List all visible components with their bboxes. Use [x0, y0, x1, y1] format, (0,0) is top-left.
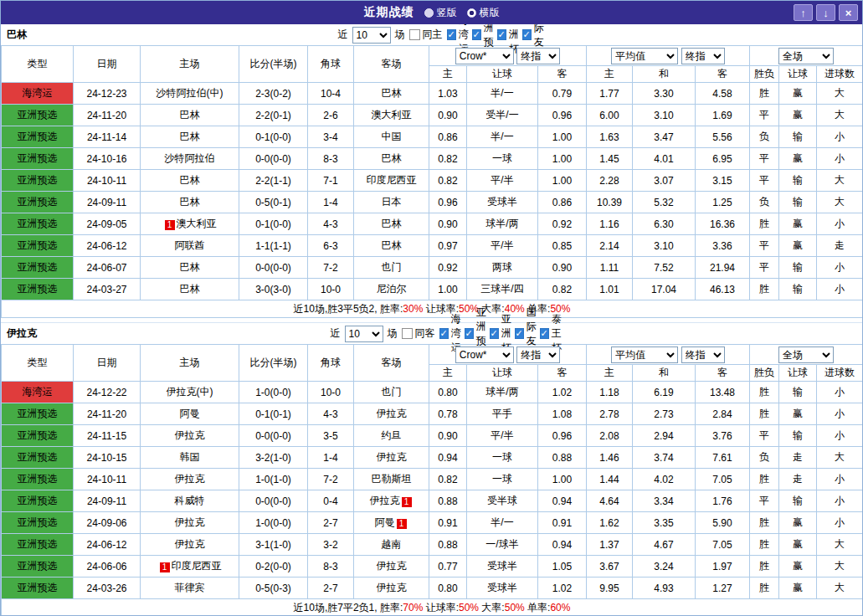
handicap-result-badge: 输 [779, 257, 817, 279]
same-side-checkbox[interactable]: 同客 [402, 326, 435, 341]
match-score[interactable]: 0-1(0-0) [239, 126, 308, 148]
team-label: 伊拉克 [370, 495, 400, 506]
away-team[interactable]: 伊拉克 [354, 556, 429, 578]
provider-final-select[interactable]: 终指 [516, 48, 560, 64]
move-down-button[interactable]: ↓ [816, 4, 835, 21]
match-score[interactable]: 2-2(0-1) [239, 105, 308, 126]
average-select[interactable]: 平均值 [611, 48, 678, 64]
full-match-select[interactable]: 全场 [778, 346, 834, 363]
match-score[interactable]: 0-1(0-0) [239, 213, 308, 235]
away-team[interactable]: 伊拉克 [354, 403, 429, 425]
home-team[interactable]: 阿曼 [141, 403, 239, 425]
layout-radio-vertical[interactable]: 竖版 [424, 6, 457, 20]
asian-odds-handicap: 半/一 [467, 83, 538, 105]
away-team[interactable]: 巴勒斯坦 [354, 469, 429, 490]
match-score[interactable]: 2-3(0-2) [239, 83, 308, 105]
average-select[interactable]: 平均值 [611, 346, 678, 363]
match-score[interactable]: 0-0(0-0) [239, 425, 308, 447]
match-row: 亚洲预选24-03-26菲律宾0-5(0-3)2-7伊拉克0.80受球半1.02… [2, 578, 863, 599]
away-team[interactable]: 约旦 [354, 425, 429, 447]
away-team[interactable]: 印度尼西亚 [354, 170, 429, 192]
checkbox-icon[interactable]: ✓ [540, 328, 549, 339]
close-button[interactable]: × [839, 4, 858, 21]
match-score[interactable]: 0-0(0-0) [239, 257, 308, 279]
match-score[interactable]: 0-5(0-3) [239, 578, 308, 599]
match-score[interactable]: 0-0(0-0) [239, 490, 308, 512]
match-score[interactable]: 3-2(1-0) [239, 447, 308, 469]
match-score[interactable]: 0-2(0-0) [239, 556, 308, 578]
match-score[interactable]: 1-0(0-0) [239, 512, 308, 534]
home-team[interactable]: 巴林 [141, 192, 239, 213]
away-team[interactable]: 越南 [354, 534, 429, 556]
match-score[interactable]: 3-1(1-0) [239, 534, 308, 556]
home-team[interactable]: 沙特阿拉伯(中) [141, 83, 239, 105]
move-up-button[interactable]: ↑ [794, 4, 813, 21]
away-team[interactable]: 巴林 [354, 148, 429, 170]
away-team[interactable]: 伊拉克1 [354, 490, 429, 512]
match-score[interactable]: 1-0(1-0) [239, 469, 308, 490]
home-team[interactable]: 伊拉克 [141, 534, 239, 556]
away-team[interactable]: 尼泊尔 [354, 279, 429, 300]
checkbox-icon[interactable]: ✓ [472, 29, 481, 40]
match-score[interactable]: 0-1(0-1) [239, 403, 308, 425]
home-team[interactable]: 巴林 [141, 126, 239, 148]
home-team[interactable]: 伊拉克 [141, 469, 239, 490]
match-score[interactable]: 2-2(1-1) [239, 170, 308, 192]
away-team[interactable]: 伊拉克 [354, 447, 429, 469]
home-team[interactable]: 巴林 [141, 105, 239, 126]
recent-count-select[interactable]: 10 [345, 326, 383, 342]
asian-odds-handicap: 两球 [467, 257, 538, 279]
home-team[interactable]: 沙特阿拉伯 [141, 148, 239, 170]
checkbox-icon[interactable]: ✓ [465, 328, 474, 339]
home-team[interactable]: 巴林 [141, 170, 239, 192]
away-team[interactable]: 巴林 [354, 83, 429, 105]
away-team[interactable]: 阿曼1 [354, 512, 429, 534]
away-team[interactable]: 伊拉克 [354, 578, 429, 599]
full-match-select[interactable]: 全场 [778, 48, 834, 64]
away-team[interactable]: 澳大利亚 [354, 105, 429, 126]
checkbox-icon[interactable]: ✓ [447, 29, 456, 40]
home-team[interactable]: 伊拉克(中) [141, 382, 239, 403]
same-side-checkbox[interactable]: 同主 [409, 28, 443, 42]
checkbox-icon[interactable]: ✓ [522, 29, 532, 40]
home-team[interactable]: 菲律宾 [141, 578, 239, 599]
home-team[interactable]: 巴林 [141, 257, 239, 279]
away-team[interactable]: 也门 [354, 257, 429, 279]
layout-radio-horizontal[interactable]: 横版 [467, 6, 500, 20]
checkbox-icon[interactable]: ✓ [439, 328, 449, 339]
match-score[interactable]: 0-5(0-1) [239, 192, 308, 213]
checkbox-icon[interactable]: ✓ [497, 29, 506, 40]
checkbox-icon[interactable] [402, 328, 413, 339]
home-team[interactable]: 伊拉克 [141, 512, 239, 534]
average-final-select[interactable]: 终指 [681, 48, 725, 64]
checkbox-icon[interactable] [409, 29, 420, 40]
average-final-select[interactable]: 终指 [681, 346, 725, 363]
home-team[interactable]: 阿联酋 [141, 235, 239, 257]
match-score[interactable]: 1-0(0-0) [239, 382, 308, 403]
radio-icon[interactable] [424, 8, 434, 18]
unit-label: 场 [388, 326, 398, 341]
provider-select[interactable]: Crow* [455, 346, 514, 363]
away-team[interactable]: 巴林 [354, 235, 429, 257]
home-team[interactable]: 科威特 [141, 490, 239, 512]
home-team[interactable]: 1澳大利亚 [141, 213, 239, 235]
provider-select[interactable]: Crow* [455, 48, 514, 64]
recent-count-select[interactable]: 10 [352, 27, 391, 44]
home-team[interactable]: 韩国 [141, 447, 239, 469]
home-team[interactable]: 1印度尼西亚 [141, 556, 239, 578]
match-score[interactable]: 0-0(0-0) [239, 148, 308, 170]
away-team[interactable]: 也门 [354, 382, 429, 403]
euro-odds-draw: 4.02 [633, 469, 696, 490]
radio-icon[interactable] [467, 8, 476, 18]
away-team[interactable]: 巴林 [354, 213, 429, 235]
home-team[interactable]: 伊拉克 [141, 425, 239, 447]
match-score[interactable]: 3-0(3-0) [239, 279, 308, 300]
away-team[interactable]: 日本 [354, 192, 429, 213]
home-team[interactable]: 巴林 [141, 279, 239, 300]
provider-final-select[interactable]: 终指 [516, 346, 560, 363]
team-label: 约旦 [382, 429, 402, 441]
away-team[interactable]: 中国 [354, 126, 429, 148]
match-score[interactable]: 1-1(1-1) [239, 235, 308, 257]
checkbox-icon[interactable]: ✓ [490, 328, 499, 339]
checkbox-icon[interactable]: ✓ [515, 328, 524, 339]
